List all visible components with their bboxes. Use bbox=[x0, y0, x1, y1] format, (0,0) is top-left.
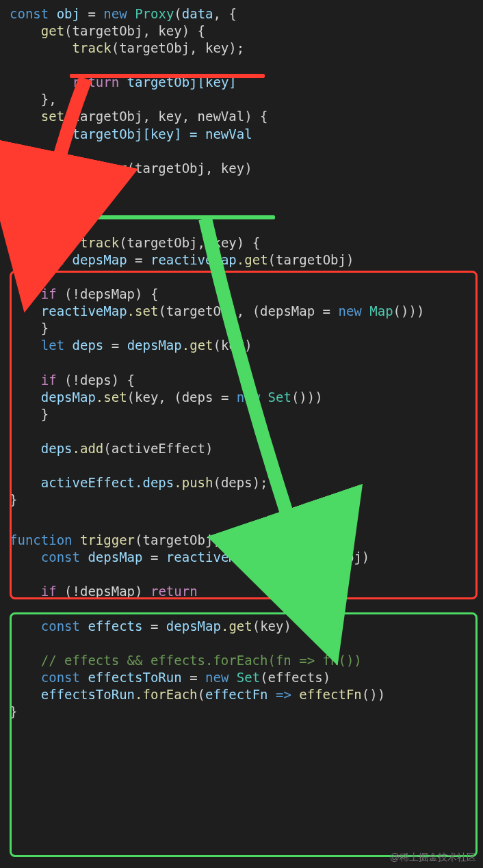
set-method: set bbox=[41, 109, 64, 124]
watermark: @稀土掘金技术社区 bbox=[390, 852, 476, 864]
kw-new: new bbox=[103, 6, 127, 21]
fn-trigger: trigger bbox=[80, 532, 135, 547]
code-block-2: function track(targetObj, key) { let dep… bbox=[0, 229, 483, 514]
kw-return: return bbox=[73, 74, 120, 90]
code-block-1: const obj = new Proxy(data, { get(target… bbox=[0, 0, 483, 217]
var-obj: obj bbox=[57, 6, 80, 21]
trigger-call: trigger bbox=[73, 161, 127, 176]
track-call: track bbox=[73, 40, 112, 55]
fn-track: track bbox=[80, 235, 119, 250]
code-block-3: function trigger(targetObj, key) { const… bbox=[0, 526, 483, 726]
kw-function: function bbox=[10, 532, 73, 547]
code-editor-view: const obj = new Proxy(data, { get(target… bbox=[0, 0, 483, 868]
kw-const: const bbox=[10, 6, 49, 21]
get-method: get bbox=[41, 23, 64, 38]
kw-function: function bbox=[10, 235, 73, 250]
comment: // effects && effects.forEach(fn => fn()… bbox=[41, 653, 362, 668]
cls-proxy: Proxy bbox=[135, 6, 174, 21]
